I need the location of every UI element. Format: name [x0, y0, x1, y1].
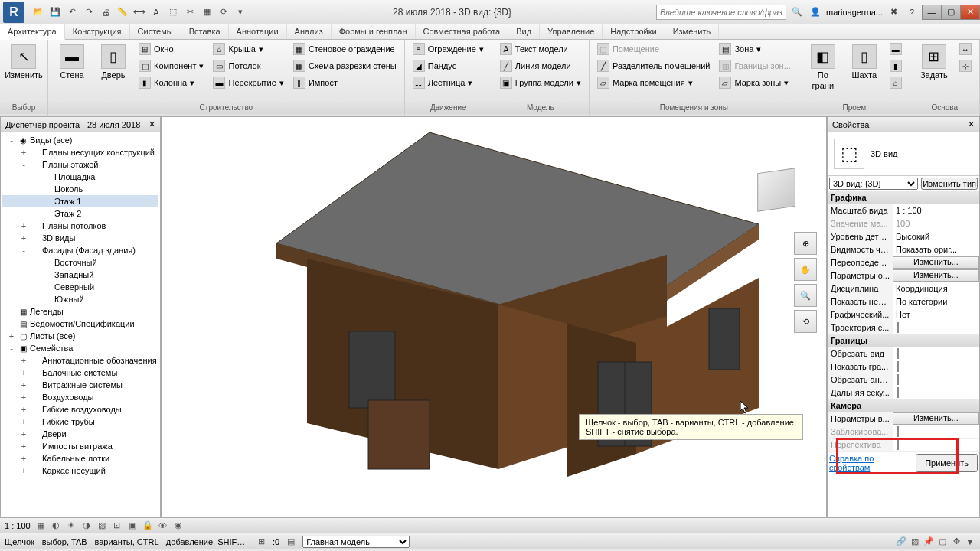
shaft-button[interactable]: ▯Шахта	[845, 41, 884, 83]
sync-icon[interactable]: ⟳	[216, 5, 231, 20]
orbit-icon[interactable]: ⟲	[794, 310, 817, 333]
minimize-button[interactable]: —	[922, 5, 942, 20]
viewcube[interactable]	[750, 163, 803, 217]
floor-button[interactable]: ▬Перекрытие ▾	[210, 75, 286, 90]
property-row[interactable]: Дальняя секу...	[828, 386, 979, 399]
select-link-icon[interactable]: 🔗	[896, 536, 906, 547]
favorite-icon[interactable]: ✖	[886, 5, 901, 20]
temp-hide-icon[interactable]: 👁	[158, 520, 168, 531]
tree-item[interactable]: Южный	[2, 293, 158, 305]
save-icon[interactable]: 💾	[47, 5, 63, 20]
worksets-icon[interactable]: ⊞	[256, 536, 266, 547]
tree-item[interactable]: +Гибкие трубы	[2, 416, 158, 428]
shadow-icon[interactable]: ◑	[81, 520, 92, 531]
property-row[interactable]: ДисциплинаКоординация	[828, 282, 979, 295]
crop-icon[interactable]: ⊡	[112, 520, 122, 531]
instance-select[interactable]: 3D вид: {3D}	[829, 178, 918, 190]
viewport-3d[interactable]: ⊕ ✋ 🔍 ⟲ Щелчок - выбор, TAB - варианты, …	[161, 116, 827, 517]
tree-item[interactable]: -Планы этажей	[2, 158, 158, 171]
visual-style-icon[interactable]: ◐	[51, 520, 61, 531]
pan-icon[interactable]: ✋	[794, 258, 817, 281]
tree-item[interactable]: +Планы несущих конструкций	[2, 146, 158, 158]
reveal-icon[interactable]: ◉	[173, 520, 184, 531]
undo-icon[interactable]: ↶	[64, 5, 80, 20]
view3d-icon[interactable]: ⬚	[165, 5, 181, 20]
grid-btn[interactable]: ⊹	[956, 58, 975, 73]
model-line-button[interactable]: ╱Линия модели	[497, 58, 584, 73]
zoom-icon[interactable]: 🔍	[794, 284, 817, 307]
open-dorm-button[interactable]: ⌂	[887, 75, 905, 90]
type-selector[interactable]: 3D вид	[871, 149, 898, 158]
level-button[interactable]: ↔	[956, 41, 975, 57]
browser-close-icon[interactable]: ✕	[149, 119, 155, 129]
print-icon[interactable]: 🖨	[98, 5, 113, 20]
tab-view[interactable]: Вид	[508, 24, 540, 39]
switch-icon[interactable]: ▾	[233, 5, 248, 20]
tab-analyze[interactable]: Анализ	[287, 24, 332, 39]
user-icon[interactable]: 👤	[808, 5, 823, 20]
model-text-button[interactable]: AТекст модели	[497, 41, 584, 57]
tab-addins[interactable]: Надстройки	[603, 24, 665, 39]
open-icon[interactable]: 📂	[31, 5, 46, 20]
component-button[interactable]: ◫Компонент ▾	[136, 58, 207, 73]
filter-icon[interactable]: ▼	[965, 536, 975, 547]
wall-button[interactable]: ▬Стена	[53, 41, 91, 83]
detail-icon[interactable]: ▦	[35, 520, 46, 531]
property-row[interactable]: Видимость ча...Показать ориг...	[828, 243, 979, 256]
tree-item[interactable]: Площадка	[2, 171, 158, 183]
property-row[interactable]: Обрезать вид	[828, 347, 979, 360]
tab-manage[interactable]: Управление	[540, 24, 603, 39]
section-graphics[interactable]: Графика	[828, 191, 979, 204]
tab-systems[interactable]: Системы	[130, 24, 181, 39]
property-row[interactable]: Обрезать анн...	[828, 373, 979, 386]
close-button[interactable]: ✕	[960, 5, 980, 20]
mullion-button[interactable]: ‖Импост	[290, 75, 400, 90]
tree-item[interactable]: Цоколь	[2, 183, 158, 195]
sun-icon[interactable]: ☀	[66, 520, 77, 531]
tree-item[interactable]: -◉Виды (все)	[2, 134, 158, 146]
section-icon[interactable]: ✂	[182, 5, 198, 20]
drag-icon[interactable]: ✥	[951, 536, 962, 547]
sheet-icon[interactable]: ▦	[199, 5, 214, 20]
tab-insert[interactable]: Вставка	[181, 24, 229, 39]
browser-tree[interactable]: -◉Виды (все)+Планы несущих конструкций-П…	[1, 132, 160, 517]
tree-item[interactable]: +Двери	[2, 428, 158, 440]
property-row[interactable]: Траектория с...	[828, 321, 979, 334]
app-logo[interactable]: R	[3, 2, 24, 23]
tab-massing[interactable]: Формы и генплан	[332, 24, 416, 39]
tree-item[interactable]: +Импосты витража	[2, 440, 158, 452]
tree-item[interactable]: Северный	[2, 281, 158, 293]
search-icon[interactable]: 🔍	[789, 5, 805, 20]
props-close-icon[interactable]: ✕	[968, 119, 975, 129]
property-row[interactable]: Переопредел...Изменить...	[828, 256, 979, 269]
tree-item[interactable]: ▤Ведомости/Спецификации	[2, 318, 158, 330]
text-icon[interactable]: A	[149, 5, 164, 20]
property-row[interactable]: Графический...Нет	[828, 308, 979, 321]
property-row[interactable]: Параметры в...Изменить...	[828, 412, 979, 425]
tree-item[interactable]: Западный	[2, 269, 158, 281]
modify-button[interactable]: ↖Изменить	[5, 41, 43, 83]
curtain-grid-button[interactable]: ▦Схема разрезки стены	[290, 58, 400, 73]
select-underlay-icon[interactable]: ▨	[910, 536, 920, 547]
property-row[interactable]: Значение ма...100	[828, 217, 979, 230]
railing-button[interactable]: ≡Ограждение ▾	[410, 41, 487, 57]
lock-icon[interactable]: 🔒	[142, 520, 153, 531]
tree-item[interactable]: +3D виды	[2, 232, 158, 244]
zone-tag-button[interactable]: ▱Марка зоны ▾	[716, 75, 793, 90]
tab-structure[interactable]: Конструкция	[65, 24, 130, 39]
redo-icon[interactable]: ↷	[81, 5, 96, 20]
tree-item[interactable]: +Гибкие воздуховоды	[2, 403, 158, 416]
tree-item[interactable]: +Воздуховоды	[2, 391, 158, 403]
tree-item[interactable]: +Витражные системы	[2, 379, 158, 391]
tree-item[interactable]: +Кабельные лотки	[2, 452, 158, 465]
ramp-button[interactable]: ◢Пандус	[410, 58, 487, 73]
curtain-button[interactable]: ▦Стеновое ограждение	[290, 41, 400, 57]
by-face-button[interactable]: ◧Пограни	[804, 41, 842, 93]
steering-wheel-icon[interactable]: ⊕	[794, 232, 817, 255]
tree-item[interactable]: Этаж 1	[2, 195, 158, 207]
tab-collaborate[interactable]: Совместная работа	[416, 24, 509, 39]
tab-modify[interactable]: Изменить	[665, 24, 720, 39]
select-face-icon[interactable]: ▢	[937, 536, 948, 547]
property-row[interactable]: Параметры о...Изменить...	[828, 269, 979, 282]
tab-annotate[interactable]: Аннотации	[229, 24, 287, 39]
